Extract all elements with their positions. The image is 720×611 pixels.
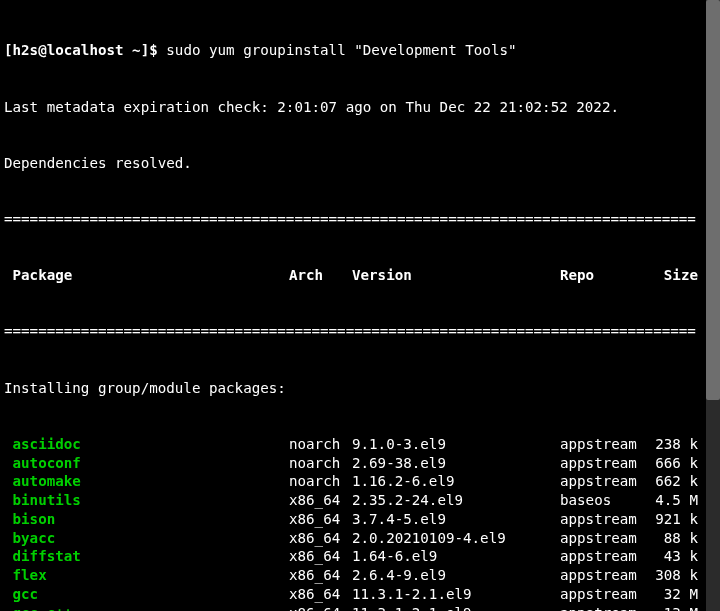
pkg-arch: noarch: [289, 472, 352, 491]
pkg-name: autoconf: [4, 454, 289, 473]
table-row: asciidocnoarch9.1.0-3.el9appstream238 k: [4, 435, 716, 454]
pkg-repo: appstream: [560, 472, 647, 491]
pkg-repo: appstream: [560, 510, 647, 529]
pkg-repo: baseos: [560, 491, 647, 510]
rule-2: ========================================…: [4, 322, 716, 341]
header-repo: Repo: [560, 266, 647, 285]
pkg-name: diffstat: [4, 547, 289, 566]
rule-1: ========================================…: [4, 210, 716, 229]
terminal-screen: [h2s@localhost ~]$ sudo yum groupinstall…: [0, 0, 720, 611]
pkg-size: 662 k: [647, 472, 698, 491]
header-arch: Arch: [289, 266, 352, 285]
pkg-name: gcc: [4, 585, 289, 604]
scrollbar-track[interactable]: [706, 0, 720, 611]
pkg-size: 666 k: [647, 454, 698, 473]
pkg-arch: x86_64: [289, 529, 352, 548]
pkg-arch: x86_64: [289, 566, 352, 585]
pkg-arch: noarch: [289, 435, 352, 454]
pkg-version: 1.64-6.el9: [352, 547, 560, 566]
header-size: Size: [647, 266, 698, 285]
pkg-repo: appstream: [560, 566, 647, 585]
pkg-arch: x86_64: [289, 491, 352, 510]
pkg-name: byacc: [4, 529, 289, 548]
meta-line-1: Last metadata expiration check: 2:01:07 …: [4, 98, 716, 117]
pkg-repo: appstream: [560, 547, 647, 566]
pkg-repo: appstream: [560, 454, 647, 473]
pkg-arch: noarch: [289, 454, 352, 473]
table-row: gccx86_6411.3.1-2.1.el9appstream32 M: [4, 585, 716, 604]
pkg-size: 43 k: [647, 547, 698, 566]
pkg-version: 2.35.2-24.el9: [352, 491, 560, 510]
pkg-version: 2.6.4-9.el9: [352, 566, 560, 585]
pkg-size: 32 M: [647, 585, 698, 604]
pkg-repo: appstream: [560, 529, 647, 548]
table-row: byaccx86_642.0.20210109-4.el9appstream88…: [4, 529, 716, 548]
command-text: sudo yum groupinstall "Development Tools…: [166, 42, 516, 58]
pkg-name: bison: [4, 510, 289, 529]
pkg-repo: appstream: [560, 435, 647, 454]
pkg-name: automake: [4, 472, 289, 491]
prompt-line: [h2s@localhost ~]$ sudo yum groupinstall…: [4, 41, 716, 60]
pkg-size: 88 k: [647, 529, 698, 548]
pkg-name: binutils: [4, 491, 289, 510]
section-title: Installing group/module packages:: [4, 379, 716, 398]
table-row: diffstatx86_641.64-6.el9appstream43 k: [4, 547, 716, 566]
shell-prompt: [h2s@localhost ~]$: [4, 42, 166, 58]
pkg-arch: x86_64: [289, 510, 352, 529]
header-version: Version: [352, 266, 560, 285]
pkg-arch: x86_64: [289, 547, 352, 566]
pkg-size: 921 k: [647, 510, 698, 529]
pkg-version: 3.7.4-5.el9: [352, 510, 560, 529]
pkg-name: gcc-c++: [4, 604, 289, 612]
pkg-name: flex: [4, 566, 289, 585]
table-row: automakenoarch1.16.2-6.el9appstream662 k: [4, 472, 716, 491]
pkg-size: 308 k: [647, 566, 698, 585]
pkg-size: 13 M: [647, 604, 698, 612]
pkg-size: 4.5 M: [647, 491, 698, 510]
pkg-version: 2.69-38.el9: [352, 454, 560, 473]
table-row: bisonx86_643.7.4-5.el9appstream921 k: [4, 510, 716, 529]
package-list: asciidocnoarch9.1.0-3.el9appstream238 k …: [4, 435, 716, 611]
pkg-arch: x86_64: [289, 604, 352, 612]
pkg-arch: x86_64: [289, 585, 352, 604]
meta-line-2: Dependencies resolved.: [4, 154, 716, 173]
header-package: Package: [4, 266, 289, 285]
pkg-version: 11.3.1-2.1.el9: [352, 585, 560, 604]
pkg-repo: appstream: [560, 585, 647, 604]
scrollbar-thumb[interactable]: [706, 0, 720, 400]
pkg-version: 2.0.20210109-4.el9: [352, 529, 560, 548]
pkg-version: 11.3.1-2.1.el9: [352, 604, 560, 612]
table-row: binutilsx86_642.35.2-24.el9baseos4.5 M: [4, 491, 716, 510]
pkg-repo: appstream: [560, 604, 647, 612]
header-row: PackageArchVersionRepoSize: [4, 266, 716, 285]
pkg-version: 1.16.2-6.el9: [352, 472, 560, 491]
table-row: flexx86_642.6.4-9.el9appstream308 k: [4, 566, 716, 585]
table-row: gcc-c++x86_6411.3.1-2.1.el9appstream13 M: [4, 604, 716, 612]
pkg-version: 9.1.0-3.el9: [352, 435, 560, 454]
pkg-size: 238 k: [647, 435, 698, 454]
pkg-name: asciidoc: [4, 435, 289, 454]
table-row: autoconfnoarch2.69-38.el9appstream666 k: [4, 454, 716, 473]
